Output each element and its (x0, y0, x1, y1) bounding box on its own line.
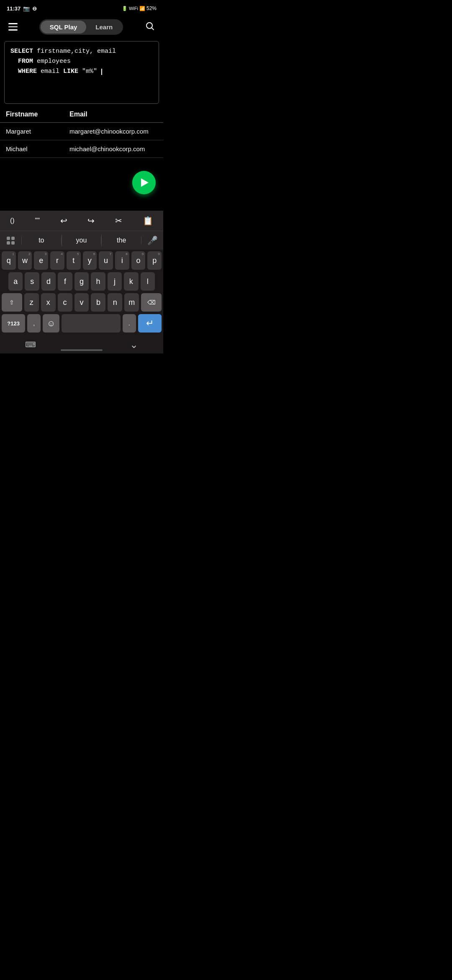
cell-firstname-1: Margaret (6, 128, 69, 135)
search-button[interactable] (143, 19, 157, 34)
quotes-btn[interactable]: "" (31, 215, 43, 226)
cell-email-2: michael@chinookcorp.com (69, 145, 157, 152)
suggestion-the[interactable]: the (102, 237, 141, 244)
sql-line-1: SELECT firstname,city, email (10, 46, 153, 57)
key-emoji[interactable]: ☺ (43, 314, 59, 333)
suggestion-you[interactable]: you (62, 237, 102, 244)
key-m[interactable]: m (124, 293, 139, 312)
clipboard-btn[interactable]: 📋 (139, 214, 157, 227)
key-n[interactable]: n (108, 293, 122, 312)
key-a[interactable]: a (8, 272, 23, 291)
time: 11:37 (7, 5, 21, 12)
key-shift[interactable]: ⇧ (2, 293, 22, 312)
suggestions-row: to you the 🎤 (0, 231, 163, 250)
table-header: Firstname Email (0, 106, 163, 123)
key-q[interactable]: q1 (2, 251, 16, 270)
top-nav: SQL Play Learn (0, 15, 163, 39)
key-num123[interactable]: ?123 (2, 314, 25, 333)
key-i[interactable]: i8 (115, 251, 129, 270)
sql-editor[interactable]: SELECT firstname,city, email FROM employ… (4, 41, 159, 104)
key-w[interactable]: w2 (18, 251, 32, 270)
key-row-2: a s d f g h j k l (2, 272, 162, 291)
key-z[interactable]: z (24, 293, 39, 312)
key-h[interactable]: h (91, 272, 105, 291)
key-c[interactable]: c (58, 293, 72, 312)
redo-btn[interactable]: ↪ (84, 214, 98, 227)
svg-line-1 (152, 28, 154, 30)
table-row: Margaret margaret@chinookcorp.com (0, 123, 163, 140)
keyboard-switcher-icon[interactable]: ⌨ (25, 340, 36, 349)
col-header-firstname: Firstname (6, 111, 69, 118)
status-bar: 11:37 📷 ⊖ 🔋 WiFi 📶 52% (0, 0, 163, 15)
key-p[interactable]: p0 (147, 251, 162, 270)
mic-button[interactable]: 🎤 (141, 235, 163, 245)
key-y[interactable]: y6 (83, 251, 97, 270)
signal-icon: 📶 (139, 6, 145, 11)
key-r[interactable]: r4 (50, 251, 64, 270)
key-v[interactable]: v (74, 293, 89, 312)
key-j[interactable]: j (108, 272, 122, 291)
home-indicator (61, 349, 103, 351)
parentheses-btn[interactable]: () (7, 215, 18, 226)
key-k[interactable]: k (124, 272, 138, 291)
keyboard-toolbar: () "" ↩ ↪ ✂ 📋 (0, 211, 163, 231)
key-o[interactable]: o9 (131, 251, 146, 270)
key-dot[interactable]: . (123, 314, 136, 333)
key-g[interactable]: g (74, 272, 89, 291)
key-f[interactable]: f (58, 272, 72, 291)
table-row: Michael michael@chinookcorp.com (0, 140, 163, 158)
battery-percent: 52% (146, 5, 157, 11)
keyboard-main: q1 w2 e3 r4 t5 y6 u7 i8 o9 p0 a s d f g … (0, 250, 163, 336)
key-row-3: ⇧ z x c v b n m ⌫ (2, 293, 162, 312)
key-comma[interactable]: , (27, 314, 41, 333)
key-backspace[interactable]: ⌫ (141, 293, 162, 312)
key-space[interactable] (62, 314, 120, 333)
suggestion-to[interactable]: to (22, 237, 62, 244)
tab-learn[interactable]: Learn (86, 21, 122, 34)
play-icon (141, 178, 149, 187)
sql-line-3: WHERE email LIKE "m%" (10, 67, 153, 77)
key-b[interactable]: b (91, 293, 105, 312)
key-row-4: ?123 , ☺ . ↵ (2, 314, 162, 333)
dnd-icon: ⊖ (32, 5, 37, 12)
key-enter[interactable]: ↵ (138, 314, 162, 333)
nav-tabs: SQL Play Learn (39, 19, 123, 35)
cell-firstname-2: Michael (6, 145, 69, 152)
sql-line-2: FROM employees (10, 57, 153, 67)
key-s[interactable]: s (25, 272, 39, 291)
chevron-down-icon[interactable]: ⌄ (130, 339, 138, 351)
key-e[interactable]: e3 (34, 251, 48, 270)
camera-icon: 📷 (23, 5, 30, 12)
key-x[interactable]: x (41, 293, 56, 312)
key-row-1: q1 w2 e3 r4 t5 y6 u7 i8 o9 p0 (2, 251, 162, 270)
col-header-email: Email (69, 111, 157, 118)
key-d[interactable]: d (41, 272, 56, 291)
cell-email-1: margaret@chinookcorp.com (69, 128, 157, 135)
menu-button[interactable] (7, 21, 19, 32)
battery-icon: 🔋 (122, 6, 128, 11)
undo-btn[interactable]: ↩ (57, 214, 71, 227)
tab-sql-play[interactable]: SQL Play (41, 21, 87, 34)
key-t[interactable]: t5 (67, 251, 81, 270)
scissors-btn[interactable]: ✂ (112, 214, 126, 227)
run-button[interactable] (132, 171, 156, 194)
results-table: Firstname Email Margaret margaret@chinoo… (0, 106, 163, 158)
key-u[interactable]: u7 (99, 251, 113, 270)
apps-grid-btn[interactable] (0, 237, 22, 245)
keyboard-area: () "" ↩ ↪ ✂ 📋 to you the 🎤 q1 w2 e3 r4 t… (0, 211, 163, 353)
key-l[interactable]: l (141, 272, 155, 291)
wifi-icon: WiFi (129, 6, 138, 11)
